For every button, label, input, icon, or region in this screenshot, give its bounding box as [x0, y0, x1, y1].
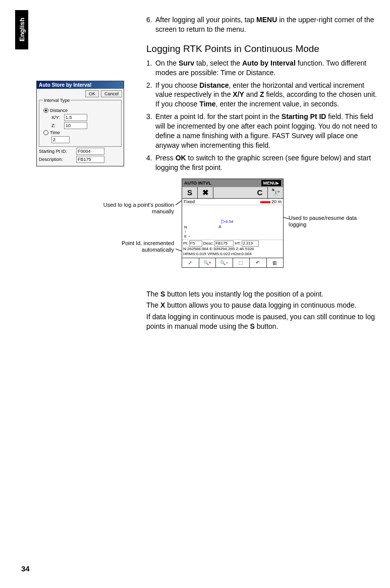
t: to switch to the graphic screen (see fig… — [155, 154, 371, 171]
step-number: 3. — [146, 112, 155, 150]
map-canvas[interactable]: ▷6.54 A N↑E→ — [182, 205, 283, 240]
menu-word: MENU — [256, 16, 277, 24]
t: Enter a point Id. for the start point in… — [155, 112, 282, 121]
callout-log-manual: Used to log a point's position manually — [91, 202, 174, 216]
titlebar: Auto Store by Interval — [37, 81, 124, 89]
step-number: 4. — [146, 153, 155, 172]
cancel-button[interactable]: Cancel — [101, 90, 122, 97]
t: Press — [155, 154, 176, 162]
radio-icon[interactable] — [43, 130, 48, 135]
zoom-prev-icon[interactable]: ↶ — [250, 258, 267, 267]
fix-status: Fixed — [184, 199, 195, 204]
t: and — [244, 90, 260, 98]
t: Distance — [199, 81, 229, 89]
z-field[interactable]: 10 — [64, 122, 87, 129]
description-row: Description: FB175 — [39, 156, 122, 163]
c-button[interactable]: C — [252, 187, 268, 198]
heading-logging-rtk: Logging RTK Points in Continuous Mode — [146, 43, 378, 54]
radio-icon[interactable] — [43, 108, 48, 113]
step-6: 6. After logging all your points, tap ME… — [146, 15, 378, 34]
starting-pt-row: Starting Pt ID: F0004 — [39, 148, 122, 155]
step-number: 2. — [146, 81, 155, 109]
pt-field[interactable]: F5 — [189, 241, 202, 247]
zoom-in-icon[interactable]: 🔍+ — [199, 258, 216, 267]
t: Starting Pt ID — [282, 112, 326, 121]
ht-field[interactable]: 2.219 — [242, 241, 259, 247]
x-button[interactable]: ✖ — [198, 187, 213, 198]
titlebar: AUTO INTVL MENU▸ — [182, 179, 283, 187]
t: S — [160, 290, 165, 298]
auto-store-dialog: Auto Store by Interval OK Cancel Interva… — [36, 81, 124, 166]
button-bar: OK Cancel — [37, 89, 124, 99]
rms-line: HRMS:0.015 VRMS:0.022 HDst:0.004 — [183, 252, 282, 257]
desc-label: Desc: — [203, 241, 213, 246]
t: , enter the increment value, in seconds. — [216, 100, 339, 108]
status-bar: Fixed 20 m — [182, 199, 283, 205]
interval-type-group: Interval Type Distance X/Y: 1.5 Z: 10 Ti… — [39, 100, 122, 147]
s-button[interactable]: S — [182, 187, 198, 198]
starting-pt-field[interactable]: F0004 — [76, 148, 104, 155]
step-3: 3. Enter a point Id. for the start point… — [146, 112, 378, 150]
t: X/Y — [233, 90, 244, 98]
t: button lets you instantly log the positi… — [165, 290, 323, 298]
t: Surv — [179, 59, 194, 67]
t: The — [146, 301, 160, 309]
desc-field[interactable]: FB175 — [214, 241, 234, 247]
t: The — [146, 290, 160, 298]
toolbar: S ✖ C 🔭 — [182, 187, 283, 199]
step-number: 6. — [146, 15, 155, 34]
time-label: Time — [50, 130, 60, 135]
step-4: 4. Press OK to switch to the graphic scr… — [146, 153, 378, 172]
auto-interval-window: AUTO INTVL MENU▸ S ✖ C 🔭 Fixed 20 m ▷6.5… — [182, 179, 284, 268]
step-text: Press OK to switch to the graphic screen… — [155, 153, 378, 172]
fields-panel: Pt:F5 Desc:FB175 HT:2.219 N:262588.064 E… — [182, 240, 283, 258]
menu-button[interactable]: MENU▸ — [261, 180, 282, 186]
page-number: 34 — [21, 564, 30, 573]
language-tab: English — [15, 10, 28, 49]
t: S — [250, 322, 254, 330]
a-marker: A — [218, 224, 221, 229]
coords-line: N:262588.064 E:309294.265 Z:46.5326 — [183, 247, 282, 252]
zoom-out-icon[interactable]: 🔍− — [216, 258, 233, 267]
point-marker-icon: ▷6.54 — [221, 218, 234, 224]
step-text: On the Surv tab, select the Auto by Inte… — [155, 58, 378, 78]
step-text: After logging all your points, tap MENU … — [155, 15, 378, 34]
spacer — [213, 187, 252, 198]
step-1: 1. On the Surv tab, select the Auto by I… — [146, 58, 378, 78]
layers-icon[interactable]: ▥ — [267, 258, 284, 267]
zoom-toolbar: ⤢ 🔍+ 🔍− ⬚ ↶ ▥ — [182, 258, 283, 267]
binoculars-icon[interactable]: 🔭 — [268, 187, 283, 198]
callout-point-id: Point Id. incremented automatically — [91, 240, 174, 254]
time-field[interactable]: 2 — [51, 136, 70, 143]
description-field[interactable]: FB175 — [76, 156, 104, 163]
group-title: Interval Type — [43, 98, 71, 103]
t: X — [160, 301, 165, 309]
time-radio-row[interactable]: Time — [43, 130, 119, 135]
para-s-button: The S button lets you instantly log the … — [146, 289, 378, 299]
description-label: Description: — [39, 157, 74, 162]
scale: 20 m — [259, 199, 282, 204]
scale-text: 20 m — [271, 199, 282, 204]
t: button. — [255, 322, 278, 330]
ht-label: HT: — [235, 241, 241, 246]
step-2: 2. If you choose Distance, enter the hor… — [146, 81, 378, 109]
xy-field[interactable]: 1.5 — [64, 114, 87, 121]
figure-auto-interval: Used to log a point's position manually … — [61, 175, 373, 286]
step-number: 1. — [146, 58, 155, 78]
pt-label: Pt: — [183, 241, 188, 246]
zoom-extents-icon[interactable]: ⤢ — [182, 258, 199, 267]
callout-pause: Used to pause/resume data logging — [289, 215, 372, 229]
t: On the — [155, 59, 179, 67]
compass-icon: N↑E→ — [184, 225, 191, 239]
zoom-window-icon[interactable]: ⬚ — [233, 258, 250, 267]
t: tab, select the — [194, 59, 242, 67]
distance-radio-row[interactable]: Distance — [43, 108, 119, 113]
ok-button[interactable]: OK — [85, 90, 99, 97]
t: If you choose — [155, 81, 199, 89]
para-x-button: The X button allows you to pause data lo… — [146, 301, 378, 310]
text: After logging all your points, tap — [155, 16, 256, 24]
point-value: 6.54 — [226, 219, 234, 224]
t: Auto by Interval — [242, 59, 296, 67]
para-paused: If data logging in continuous mode is pa… — [146, 312, 378, 331]
step-text: If you choose Distance, enter the horizo… — [155, 81, 378, 109]
